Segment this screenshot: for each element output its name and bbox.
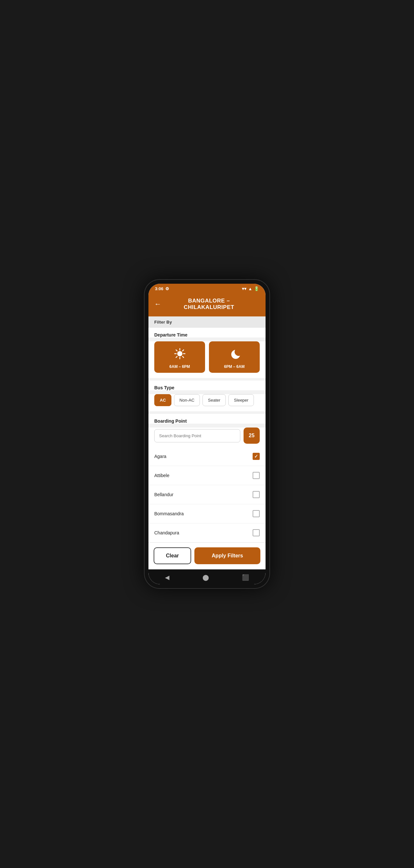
boarding-item-bellandur: Bellandur: [154, 492, 173, 497]
departure-time-section: 6AM – 6PM 6PM – 6AM: [148, 341, 266, 378]
bus-type-section: AC Non-AC Seater Sleeper: [148, 394, 266, 411]
checkbox-chandapura[interactable]: [252, 529, 260, 536]
phone-screen: 3:06 ⚙ ▾▾ ▲ 🔋 ← BANGALORE – CHILAKALURIP…: [148, 284, 266, 584]
recents-nav-icon[interactable]: ⬛: [242, 574, 249, 581]
header: ← BANGALORE – CHILAKALURIPET: [148, 293, 266, 316]
filter-by-label: Filter By: [148, 316, 266, 328]
boarding-count-badge: 25: [244, 428, 260, 444]
boarding-point-list: Agara Attibele Bellandur Bommasandra Cha…: [148, 447, 266, 542]
search-boarding-input[interactable]: [154, 429, 240, 442]
checkbox-bellandur[interactable]: [252, 491, 260, 498]
clear-button[interactable]: Clear: [153, 547, 191, 564]
phone-shell: 3:06 ⚙ ▾▾ ▲ 🔋 ← BANGALORE – CHILAKALURIP…: [144, 279, 270, 589]
svg-line-6: [182, 356, 184, 358]
boarding-item-agara: Agara: [154, 454, 166, 459]
gear-icon: ⚙: [165, 286, 169, 291]
bus-type-sleeper[interactable]: Sleeper: [228, 394, 254, 406]
boarding-point-label: Boarding Point: [148, 414, 266, 424]
list-item[interactable]: Attibele: [148, 466, 266, 485]
wifi-icon: ▾▾: [242, 286, 246, 291]
boarding-item-attibele: Attibele: [154, 473, 170, 478]
bus-type-label: Bus Type: [148, 380, 266, 390]
svg-line-7: [182, 350, 184, 351]
svg-point-0: [177, 351, 182, 356]
gap-1: [148, 378, 266, 380]
svg-line-8: [176, 356, 177, 358]
time-card-group: 6AM – 6PM 6PM – 6AM: [154, 341, 260, 373]
apply-filters-button[interactable]: Apply Filters: [195, 547, 261, 564]
gap-2: [148, 411, 266, 414]
boarding-item-bommasandra: Bommasandra: [154, 511, 184, 516]
list-item[interactable]: Bellandur: [148, 485, 266, 504]
list-item[interactable]: Bommasandra: [148, 504, 266, 523]
time-display: 3:06: [155, 286, 163, 291]
svg-line-5: [176, 350, 177, 351]
boarding-point-section: 25: [148, 428, 266, 447]
bottom-buttons: Clear Apply Filters: [148, 542, 266, 569]
back-button[interactable]: ←: [154, 301, 162, 308]
list-item[interactable]: Agara: [148, 447, 266, 466]
status-left: 3:06 ⚙: [155, 286, 169, 291]
bus-type-seater[interactable]: Seater: [203, 394, 226, 406]
departure-time-label: Departure Time: [148, 328, 266, 338]
sun-icon: [173, 347, 186, 362]
bus-type-card-group: AC Non-AC Seater Sleeper: [154, 394, 260, 406]
checkbox-attibele[interactable]: [252, 472, 260, 479]
checkbox-agara[interactable]: [252, 453, 260, 460]
time-card-night-label: 6PM – 6AM: [224, 364, 244, 369]
bus-type-ac[interactable]: AC: [154, 394, 171, 406]
page-title: BANGALORE – CHILAKALURIPET: [166, 298, 260, 311]
list-item[interactable]: Chandapura: [148, 523, 266, 542]
status-right: ▾▾ ▲ 🔋: [242, 286, 259, 291]
boarding-item-chandapura: Chandapura: [154, 530, 179, 535]
status-bar: 3:06 ⚙ ▾▾ ▲ 🔋: [148, 284, 266, 293]
navigation-bar: ◀ ⬤ ⬛: [148, 569, 266, 584]
time-card-night[interactable]: 6PM – 6AM: [209, 341, 260, 373]
checkbox-bommasandra[interactable]: [252, 510, 260, 517]
time-card-day-label: 6AM – 6PM: [170, 364, 190, 369]
back-nav-icon[interactable]: ◀: [165, 574, 170, 581]
battery-icon: 🔋: [254, 286, 259, 291]
moon-icon: [228, 347, 241, 362]
bus-type-nonac[interactable]: Non-AC: [174, 394, 200, 406]
signal-icon: ▲: [248, 286, 252, 291]
home-nav-icon[interactable]: ⬤: [203, 574, 209, 581]
time-card-day[interactable]: 6AM – 6PM: [154, 341, 205, 373]
boarding-search-row: 25: [154, 428, 260, 444]
